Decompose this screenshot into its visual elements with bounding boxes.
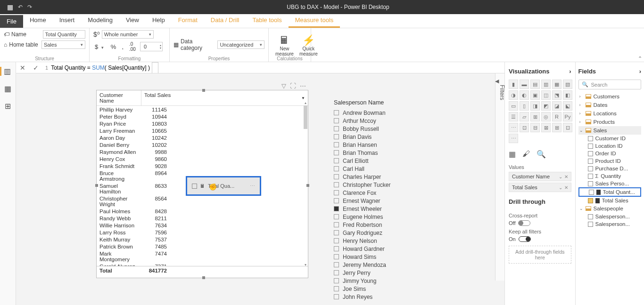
- decimal-button[interactable]: .0.00: [128, 40, 137, 53]
- viz-type-icon[interactable]: ▥: [541, 80, 551, 89]
- tab-modeling[interactable]: Modeling: [81, 14, 119, 28]
- field-item[interactable]: Customer ID: [578, 135, 642, 142]
- well-total-sales[interactable]: Total Sales⌄✕: [509, 183, 571, 192]
- slicer-option[interactable]: Eugene Holmes: [334, 213, 438, 221]
- slicer-option[interactable]: Fred Robertson: [334, 221, 438, 229]
- viz-type-icon[interactable]: ◨: [530, 101, 540, 111]
- table-row[interactable]: Ryan Price10803: [97, 120, 308, 127]
- filters-pane-collapsed[interactable]: ◀ Filters: [495, 73, 504, 281]
- format-select[interactable]: Whole number▾: [102, 30, 154, 39]
- table-row[interactable]: Larry Freeman10665: [97, 127, 308, 134]
- percent-button[interactable]: %: [109, 42, 118, 51]
- viz-type-icon[interactable]: ◫: [541, 90, 551, 100]
- table-sales[interactable]: ⌄Sales: [578, 126, 642, 135]
- field-item[interactable]: Product ID: [578, 157, 642, 165]
- data-view-icon[interactable]: ▦: [4, 84, 11, 93]
- slicer-option[interactable]: John Reyes: [334, 293, 438, 301]
- tab-measure-tools[interactable]: Measure tools: [289, 14, 340, 28]
- model-view-icon[interactable]: ⊞: [5, 102, 11, 111]
- slicer-option[interactable]: Brian Thomas: [334, 149, 438, 157]
- table-row[interactable]: Peter Boyd10944: [97, 113, 308, 120]
- tab-table-tools[interactable]: Table tools: [246, 14, 288, 28]
- currency-button[interactable]: $ ▾: [93, 42, 107, 51]
- keep-filters-toggle[interactable]: [519, 236, 531, 242]
- field-item[interactable]: Total Sales: [578, 197, 642, 204]
- viz-type-icon[interactable]: ▱: [520, 112, 529, 121]
- viz-type-icon[interactable]: ▯: [520, 101, 529, 111]
- viz-type-icon[interactable]: ⊡: [520, 123, 529, 132]
- table-row[interactable]: Patrick Brown7485: [97, 243, 308, 250]
- field-item[interactable]: Total Quant...: [578, 187, 642, 197]
- viz-type-icon[interactable]: ▭: [509, 101, 518, 111]
- field-item[interactable]: Purchase D...: [578, 165, 642, 172]
- viz-type-icon[interactable]: ◑: [509, 90, 518, 100]
- cross-report-toggle[interactable]: [518, 220, 530, 226]
- viz-type-icon[interactable]: ◐: [520, 90, 529, 100]
- viz-type-icon[interactable]: ⊠: [541, 123, 551, 132]
- commit-formula-icon[interactable]: ✓: [29, 64, 42, 72]
- viz-type-icon[interactable]: ⊞: [552, 123, 561, 132]
- tab-data-drill[interactable]: Data / Drill: [204, 14, 246, 28]
- viz-type-icon[interactable]: ⬔: [552, 90, 561, 100]
- viz-type-icon[interactable]: ▧: [563, 80, 572, 89]
- table-locations[interactable]: ›Locations: [578, 109, 642, 118]
- slicer-option[interactable]: Christopher Tucker: [334, 181, 438, 189]
- table-row[interactable]: Christopher Wright8564: [97, 195, 308, 208]
- expand-icon[interactable]: ◀: [495, 78, 499, 84]
- field-item[interactable]: Sales Perso...: [578, 180, 642, 187]
- slicer-option[interactable]: Charles Harper: [334, 173, 438, 181]
- report-view-icon[interactable]: ▥: [0, 67, 16, 76]
- viz-type-icon[interactable]: ◪: [552, 101, 561, 111]
- field-item[interactable]: Salesperson...: [578, 213, 642, 220]
- well-customer-name[interactable]: Customer Name⌄✕: [509, 172, 571, 181]
- slicer-option[interactable]: Brian Davis: [334, 133, 438, 141]
- slicer-option[interactable]: Bobby Russell: [334, 125, 438, 133]
- drill-fields-well[interactable]: Add drill-through fields here: [509, 246, 571, 264]
- slicer-option[interactable]: Howard Gardner: [334, 245, 438, 253]
- viz-type-icon[interactable]: ⬕: [563, 101, 572, 111]
- search-input[interactable]: 🔍Search: [578, 80, 642, 89]
- table-products[interactable]: ›Products: [578, 118, 642, 126]
- format-tab-icon[interactable]: 🖌: [522, 150, 530, 159]
- viz-type-icon[interactable]: ⋯: [509, 134, 518, 143]
- slicer-option[interactable]: Jerry Perry: [334, 269, 438, 277]
- slicer-option[interactable]: Jimmy Young: [334, 277, 438, 285]
- viz-type-icon[interactable]: ⊞: [530, 112, 540, 121]
- slicer-option[interactable]: Joe Sims: [334, 285, 438, 293]
- fields-tab-icon[interactable]: ▦: [509, 150, 516, 159]
- table-row[interactable]: Gerald Alvarez7371: [97, 263, 308, 266]
- field-item[interactable]: ΣQuantity: [578, 172, 642, 180]
- report-canvas[interactable]: ▽ ⛶ ⋯ Customer Name Total Sales▼ Phillip…: [16, 73, 504, 305]
- viz-type-icon[interactable]: R: [552, 112, 561, 121]
- tab-help[interactable]: Help: [146, 14, 172, 28]
- viz-type-icon[interactable]: ⊡: [563, 123, 572, 132]
- formula-expand-icon[interactable]: [152, 62, 158, 73]
- viz-type-icon[interactable]: ◩: [541, 101, 551, 111]
- name-input[interactable]: Total Quantity: [43, 30, 85, 39]
- viz-type-icon[interactable]: ▬: [520, 80, 529, 89]
- home-table-select[interactable]: Sales▾: [41, 40, 85, 49]
- viz-type-icon[interactable]: ▦: [552, 80, 561, 89]
- field-item[interactable]: Salesperson...: [578, 220, 642, 228]
- slicer-option[interactable]: Henry Nelson: [334, 237, 438, 245]
- viz-type-icon[interactable]: ▤: [530, 80, 540, 89]
- table-row[interactable]: Mark Montgomery7474: [97, 250, 308, 263]
- table-row[interactable]: Henry Cox9860: [97, 155, 308, 162]
- viz-type-icon[interactable]: ◧: [563, 90, 572, 100]
- viz-type-icon[interactable]: ⊟: [530, 123, 540, 132]
- category-select[interactable]: Uncategorized▾: [217, 40, 264, 49]
- analytics-tab-icon[interactable]: 🔍: [537, 150, 546, 159]
- undo-icon[interactable]: ↶: [18, 4, 23, 10]
- file-tab[interactable]: File: [0, 15, 23, 28]
- more-icon[interactable]: ⋯: [300, 82, 306, 89]
- table-row[interactable]: Frank Schmidt9028: [97, 162, 308, 169]
- ribbon-collapse-icon[interactable]: ⌃: [638, 56, 642, 62]
- table-row[interactable]: Willie Harrison7634: [97, 222, 308, 229]
- tab-format[interactable]: Format: [172, 14, 204, 28]
- field-item[interactable]: Order ID: [578, 150, 642, 157]
- collapse-icon[interactable]: ›: [639, 68, 641, 75]
- table-scrollbar[interactable]: ▴▾: [303, 101, 308, 267]
- col-total-sales[interactable]: Total Sales▼: [141, 90, 308, 105]
- table-row[interactable]: Randy Webb8211: [97, 215, 308, 222]
- decimals-input[interactable]: 0: [140, 42, 163, 51]
